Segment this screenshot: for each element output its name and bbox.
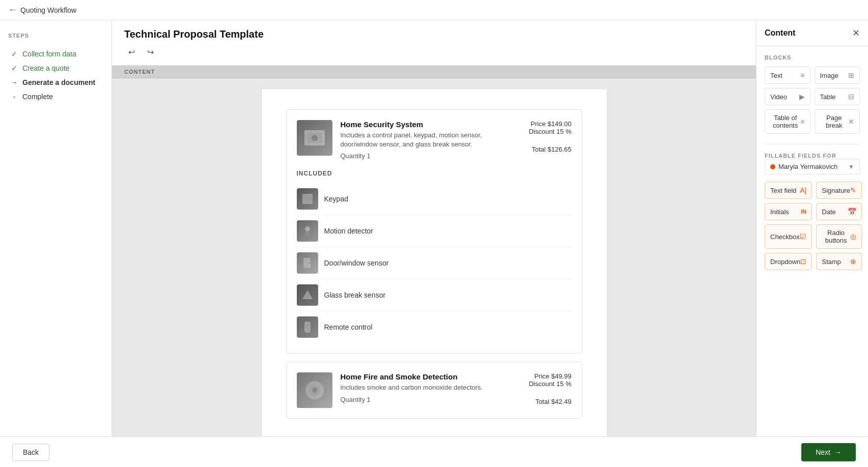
video-block-button[interactable]: Video ▶ [765,88,810,105]
qty-value-security: 1 [367,152,371,160]
total-value-fire: $42.49 [551,398,572,405]
table-block-button[interactable]: Table ⊟ [815,88,860,105]
total-label-fire: Total [536,398,549,405]
dot-icon: ● [10,94,18,100]
bottom-bar: Back Next → [0,436,868,467]
product-desc-security: Includes a control panel, keypad, motion… [341,131,521,149]
sidebar-item-generate[interactable]: → Generate a document [8,75,103,90]
date-field-button[interactable]: Date 📅 [816,203,862,220]
image-block-label: Image [820,72,838,79]
product-item-security: Home Security System Includes a control … [286,109,582,354]
right-panel: Content ✕ BLOCKS Text ≡ Image ⊞ Video ▶ [756,20,868,436]
qty-label-fire: Quantity [341,396,365,403]
arrow-icon: → [10,78,18,86]
price-value-security: $149.00 [548,120,572,128]
radio-field-button[interactable]: Radio buttons ◎ [816,224,862,249]
product-info-security: Home Security System Includes a control … [341,120,521,160]
doc-title: Technical Proposal Template [124,28,744,40]
product-pricing-fire: Price $49.99 Discount 15 % Total [529,372,572,405]
fillable-label: FILLABLE FIELDS FOR [765,153,860,159]
main-layout: STEPS ✓ Collect form data ✓ Create a quo… [0,20,868,436]
total-line-fire: Total $42.49 [529,398,572,405]
dropdown-field-button[interactable]: Dropdown ⊡ [765,253,812,270]
back-button[interactable]: Back [12,444,49,461]
pagebreak-block-button[interactable]: Page break ✕ [815,109,860,134]
step-collect-label: Collect form data [22,50,76,58]
svg-point-16 [312,388,317,393]
undo-button[interactable]: ↩ [124,45,139,59]
product-header-security: Home Security System Includes a control … [297,120,572,160]
toc-block-button[interactable]: Table of contents ≡ [765,109,810,134]
price-label-security: Price [530,120,546,128]
discount-label-fire: Discount [529,380,555,388]
top-bar: ← Quoting Workflow [0,0,868,20]
blocks-label: BLOCKS [765,54,860,61]
dropdown-field-label: Dropdown [770,258,800,266]
signature-field-button[interactable]: Signature ✎ [816,182,862,199]
date-field-label: Date [822,208,835,216]
discount-line-fire: Discount 15 % [529,380,572,388]
product-name-fire: Home Fire and Smoke Detection [341,372,521,381]
text-block-icon: ≡ [800,71,804,79]
price-line-fire: Price $49.99 [529,372,572,380]
steps-label: STEPS [8,33,103,39]
video-block-label: Video [770,93,787,101]
total-label-security: Total [531,145,545,153]
signature-field-label: Signature [822,187,850,194]
stamp-field-label: Stamp [822,258,841,266]
content-area: Technical Proposal Template ↩ ↪ CONTENT [112,20,756,436]
step-quote-label: Create a quote [22,64,70,72]
product-image-fire [297,372,332,408]
fields-grid: Text field A| Signature ✎ Initials IN Da… [765,182,860,270]
text-field-button[interactable]: Text field A| [765,182,812,199]
panel-title: Content [765,28,795,38]
video-block-icon: ▶ [799,93,805,101]
text-field-label: Text field [770,187,796,194]
checkbox-field-label: Checkbox [770,233,800,241]
content-label: CONTENT [112,66,756,78]
initials-field-label: Initials [770,208,789,216]
next-label: Next [816,448,830,456]
svg-point-5 [305,226,310,231]
text-block-label: Text [770,72,782,79]
sidebar-item-quote[interactable]: ✓ Create a quote [8,61,103,75]
door-image [297,252,318,274]
toc-block-label: Table of contents [770,114,800,129]
initials-field-button[interactable]: Initials IN [765,203,812,220]
assignee-dropdown[interactable]: Maryia Yermakovich ▼ [765,159,860,174]
product-info-fire: Home Fire and Smoke Detection Includes s… [341,372,521,403]
list-item: Glass break sensor [297,279,572,311]
redo-button[interactable]: ↪ [143,45,158,59]
stamp-field-button[interactable]: Stamp ⊕ [816,253,862,270]
divider [765,144,860,144]
sidebar-item-complete[interactable]: ● Complete [8,90,103,104]
step-complete-label: Complete [22,93,53,101]
check-icon-2: ✓ [10,64,18,72]
panel-close-button[interactable]: ✕ [852,27,860,39]
checkbox-field-button[interactable]: Checkbox ☑ [765,224,812,249]
assignee-name: Maryia Yermakovich [778,163,845,170]
dropdown-field-icon: ⊡ [800,257,806,266]
text-block-button[interactable]: Text ≡ [765,67,810,84]
sidebar-item-collect[interactable]: ✓ Collect form data [8,47,103,61]
svg-point-2 [312,135,318,141]
doc-page: Home Security System Includes a control … [261,89,607,436]
next-button[interactable]: Next → [801,443,856,461]
panel-header: Content ✕ [757,20,868,46]
door-name: Door/window sensor [324,259,389,267]
svg-point-8 [309,262,311,264]
image-block-button[interactable]: Image ⊞ [815,67,860,84]
total-line-security: Total $126.65 [529,145,572,153]
discount-value-fire: 15 % [556,380,572,388]
table-block-label: Table [820,93,836,101]
toolbar: ↩ ↪ [124,45,744,59]
product-header-fire: Home Fire and Smoke Detection Includes s… [297,372,572,408]
svg-point-13 [306,328,309,330]
text-field-icon: A| [800,186,806,194]
total-value-security: $126.65 [548,145,572,153]
product-desc-fire: Includes smoke and carbon monoxide detec… [341,383,521,392]
keypad-image [297,188,318,210]
radio-field-icon: ◎ [850,232,856,241]
glass-image [297,284,318,306]
back-to-workflow-button[interactable]: ← Quoting Workflow [8,5,76,15]
